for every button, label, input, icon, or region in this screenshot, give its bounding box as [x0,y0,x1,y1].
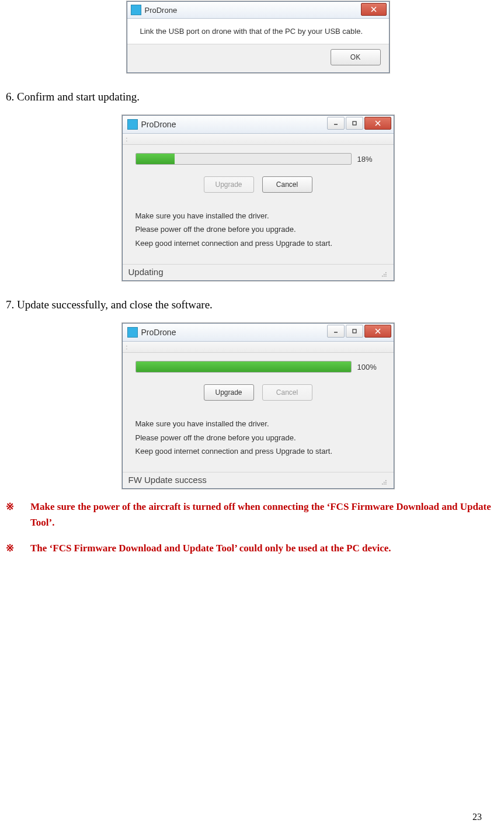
note-2: ※ The ‘FCS Firmware Download and Update … [6,541,498,556]
info-line-2: Please power off the drone before you up… [135,431,381,444]
cancel-button[interactable]: Cancel [262,384,312,401]
dialog-toolbar: : [123,134,394,145]
close-icon [371,6,377,12]
svg-rect-11 [384,484,385,485]
app-icon [127,119,138,130]
note-1: ※ Make sure the power of the aircraft is… [6,499,498,530]
dialog-footer: OK [127,44,389,72]
svg-rect-3 [384,276,385,277]
svg-rect-14 [384,482,385,483]
window-controls [327,117,391,130]
step-6-text: 6. Confirm and start updating. [6,91,498,103]
button-row: Upgrade Cancel [135,384,381,401]
maximize-icon [352,328,357,334]
progress-fill [136,362,351,372]
step-7-text: 7. Update successfully, and close the so… [6,298,498,311]
dialog-titlebar: ProDrone [127,2,389,19]
cancel-button[interactable]: Cancel [262,176,312,193]
app-icon [127,327,138,338]
close-icon [375,328,381,334]
progress-percent: 100% [357,363,381,371]
window-controls [327,325,391,338]
note-symbol: ※ [6,541,20,556]
svg-rect-6 [384,274,385,275]
progress-bar [135,153,352,165]
resize-grip-icon [381,270,388,277]
progress-row: 100% [135,361,381,373]
svg-rect-7 [385,272,387,273]
info-text: Make sure you have installed the driver.… [135,417,381,472]
minimize-button[interactable] [327,117,345,130]
info-line-2: Please power off the drone before you up… [135,223,381,236]
note-text: Make sure the power of the aircraft is t… [30,499,498,530]
update-dialog-success: ProDrone : [122,323,394,489]
update-dialog-progress: ProDrone : [122,115,394,281]
svg-rect-12 [385,482,387,483]
svg-rect-10 [385,484,387,485]
dialog-message: Link the USB port on drone with that of … [127,19,389,44]
close-button[interactable] [364,117,391,130]
message-dialog: ProDrone Link the USB port on drone with… [127,1,390,73]
page-number: 23 [472,812,482,822]
app-icon [131,5,141,15]
resize-grip-icon [381,478,388,485]
svg-rect-4 [385,274,387,275]
close-icon [375,120,381,126]
dialog-title: ProDrone [141,120,176,129]
info-text: Make sure you have installed the driver.… [135,209,381,264]
svg-rect-13 [382,484,383,485]
svg-rect-15 [385,480,387,481]
progress-percent: 18% [357,155,381,164]
minimize-icon [333,328,339,334]
svg-rect-9 [353,329,356,333]
info-line-1: Make sure you have installed the driver. [135,417,381,430]
dialog-titlebar: ProDrone [123,116,394,134]
status-text: FW Update success [128,475,207,485]
dialog-toolbar: : [123,342,394,353]
progress-bar [135,361,352,373]
info-line-3: Keep good internet connection and press … [135,237,381,250]
dialog-title: ProDrone [141,328,176,337]
note-text: The ‘FCS Firmware Download and Update To… [30,541,391,556]
note-symbol: ※ [6,499,20,530]
upgrade-button[interactable]: Upgrade [204,384,254,401]
maximize-button[interactable] [346,117,363,130]
svg-rect-1 [353,121,356,125]
status-bar: Updating [123,264,394,280]
minimize-button[interactable] [327,325,345,338]
progress-row: 18% [135,153,381,165]
upgrade-button[interactable]: Upgrade [204,176,254,193]
info-line-1: Make sure you have installed the driver. [135,209,381,223]
maximize-icon [352,120,357,126]
dialog-titlebar: ProDrone [123,324,394,342]
svg-rect-5 [382,276,383,277]
status-bar: FW Update success [123,472,394,488]
progress-fill [136,154,175,164]
info-line-3: Keep good internet connection and press … [135,444,381,458]
close-button[interactable] [361,3,387,16]
ok-button[interactable]: OK [331,49,381,65]
close-button[interactable] [364,325,391,338]
dialog-title: ProDrone [145,6,178,15]
status-text: Updating [128,267,164,277]
minimize-icon [333,120,339,126]
button-row: Upgrade Cancel [135,176,381,193]
maximize-button[interactable] [346,325,363,338]
svg-rect-2 [385,276,387,277]
